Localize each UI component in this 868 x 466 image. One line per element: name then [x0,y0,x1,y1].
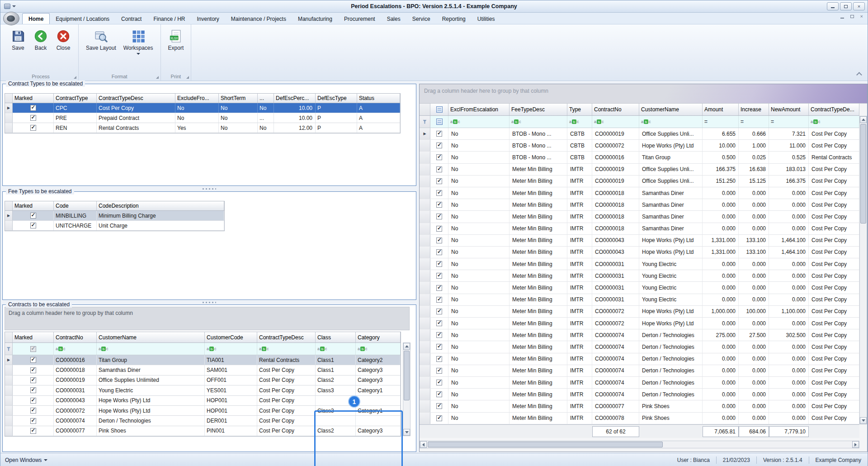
close-button[interactable]: × [853,2,865,10]
column-header-codedescription[interactable]: CodeDescription [97,201,224,210]
column-header-contractno[interactable]: ContractNo [54,332,97,342]
escalation-row[interactable]: No Meter Min Billing IMTR CO0000078 Pink… [420,413,859,424]
ribbon-tab[interactable]: Contract [115,14,147,24]
filter-amount[interactable] [703,116,739,128]
scroll-down-button[interactable] [860,417,867,424]
column-header-ellipsis[interactable]: ... [258,94,274,103]
save-button[interactable]: Save [8,28,28,52]
ribbon-tab[interactable]: Manufacturing [292,14,338,24]
checkbox-checked-icon[interactable] [30,387,36,393]
escalation-row[interactable]: No Meter Min Billing IMTR CO0000018 Sama… [420,187,859,199]
filter-increase[interactable] [739,116,769,128]
checkbox-checked-icon[interactable] [436,309,442,314]
column-header-contracttype[interactable]: ContractType [54,94,97,103]
filter-select[interactable] [430,116,448,128]
contract-type-row[interactable]: REN Rental Contracts Yes No No 12.00 P A [5,123,400,133]
escalations-vertical-scrollbar[interactable] [859,116,867,424]
column-header-type[interactable]: Type [567,104,592,115]
checkbox-checked-icon[interactable] [436,131,442,137]
column-header-marked[interactable]: Marked [13,94,54,103]
escalation-row[interactable]: No Meter Min Billing IMTR CO0000019 Offi… [420,176,859,187]
column-header-contracttypedesc[interactable]: ContractTypeDesc [257,332,316,342]
escalation-row[interactable]: No Meter Min Billing IMTR CO0000031 Youn… [420,258,859,270]
minimize-button[interactable] [827,2,839,10]
ribbon-tab[interactable]: Maintenance / Projects [225,14,292,24]
checkbox-checked-icon[interactable] [436,214,442,219]
filter-class[interactable] [316,343,356,355]
column-header-contractno[interactable]: ContractNo [592,104,639,115]
checkbox-checked-icon[interactable] [436,249,442,255]
ribbon-tab[interactable]: Finance / HR [147,14,191,24]
checkbox-checked-icon[interactable] [436,178,442,184]
filter-customername[interactable] [97,343,205,355]
open-windows-button[interactable]: Open Windows [0,457,47,463]
checkbox-checked-icon[interactable] [30,367,36,373]
group-by-panel[interactable]: Drag a column header here to group by th… [420,84,867,104]
escalation-row[interactable]: No Meter Min Billing IMTR CO0000031 Youn… [420,294,859,306]
checkbox-checked-icon[interactable] [436,238,442,243]
column-header-contracttypedesc[interactable]: ContractTypeDe... [809,104,859,115]
column-header-excludefrom[interactable]: ExcludeFro... [175,94,219,103]
checkbox-checked-icon[interactable] [436,297,442,303]
escalation-row[interactable]: No BTOB - Mono ... CBTB CO0000016 Titan … [420,152,859,163]
filter-contracttypedesc[interactable] [809,116,859,128]
scrollbar-thumb[interactable] [428,442,663,447]
column-header-amount[interactable]: Amount [703,104,739,115]
ribbon-tab[interactable]: Utilities [472,14,501,24]
escalation-row[interactable]: No Meter Min Billing IMTR CO0000072 Hope… [420,306,859,318]
checkbox-checked-icon[interactable] [30,125,36,131]
checkbox-checked-icon[interactable] [30,115,36,121]
ribbon-tab[interactable]: Home [22,13,50,24]
contract-type-row[interactable]: ▶ CPC Cost Per Copy No No No 10.00 P A [5,103,400,113]
ribbon-tab[interactable]: Sales [381,14,406,24]
column-header-defesctype[interactable]: DefEscType [316,94,357,103]
mdi-restore-icon[interactable] [850,15,854,18]
column-header-customercode[interactable]: CustomerCode [205,332,257,342]
checkbox-checked-icon[interactable] [436,415,442,421]
escalation-row[interactable]: No Meter Min Billing IMTR CO0000018 Sama… [420,199,859,211]
dialog-launcher-icon[interactable] [74,76,76,79]
dialog-launcher-icon[interactable] [186,76,189,79]
escalation-row[interactable]: No Meter Min Billing IMTR CO0000031 Youn… [420,282,859,294]
contract-row[interactable]: CO0000031 Young Electric YES001 Cost Per… [5,385,401,395]
column-header-contracttypedesc[interactable]: ContractTypeDesc [97,94,175,103]
filter-type[interactable] [567,116,592,128]
checkbox-checked-icon[interactable] [436,285,442,291]
ribbon-tab[interactable]: Inventory [191,14,225,24]
column-header-newamount[interactable]: NewAmount [769,104,809,115]
column-header-exclfromescalation[interactable]: ExclFromEscalation [448,104,509,115]
escalation-row[interactable]: No Meter Min Billing IMTR CO0000074 Dert… [420,353,859,365]
column-header-feetypedesc[interactable]: FeeTypeDesc [509,104,567,115]
save-layout-button[interactable]: Save Layout [83,28,119,52]
column-header-status[interactable]: Status [357,94,400,103]
escalation-row[interactable]: No Meter Min Billing IMTR CO0000074 Dert… [420,341,859,353]
checkbox-checked-icon[interactable] [30,213,36,219]
dialog-launcher-icon[interactable] [156,76,159,79]
ribbon-collapse-icon[interactable] [857,71,861,76]
ribbon-tab[interactable]: Equipment / Locations [50,14,115,24]
ribbon-tab[interactable]: Procurement [338,14,381,24]
ribbon-tab[interactable]: Reporting [436,14,472,24]
scroll-right-button[interactable] [852,441,859,448]
checkbox-checked-icon[interactable] [30,357,36,363]
escalation-row[interactable]: No Meter Min Billing IMTR CO0000043 Hope… [420,247,859,258]
workspaces-dropdown-icon[interactable] [137,53,140,55]
mdi-minimize-icon[interactable] [840,18,844,19]
checkbox-checked-icon[interactable] [436,154,442,160]
checkbox-checked-icon[interactable] [30,105,36,111]
checkbox-checked-icon[interactable] [436,261,442,267]
close-form-button[interactable]: Close [53,28,74,52]
scroll-up-button[interactable] [860,116,867,123]
column-header-customername[interactable]: CustomerName [97,332,205,342]
checkbox-checked-icon[interactable] [436,380,442,385]
contract-row[interactable]: CO0000043 Hope Works (Pty) Ltd HOP001 Co… [5,396,401,406]
export-button[interactable]: XLSX Export [165,28,187,52]
escalation-row[interactable]: No Meter Min Billing IMTR CO0000074 Dert… [420,377,859,389]
checkbox-checked-icon[interactable] [30,418,36,424]
checkbox-checked-icon[interactable] [436,391,442,397]
contracts-vertical-scrollbar[interactable] [403,342,410,436]
escalation-row[interactable]: No Meter Min Billing IMTR CO0000043 Hope… [420,235,859,247]
column-header-marked[interactable]: Marked [13,201,54,210]
escalation-row[interactable]: No Meter Min Billing IMTR CO0000074 Dert… [420,389,859,400]
checkbox-checked-icon[interactable] [436,273,442,279]
